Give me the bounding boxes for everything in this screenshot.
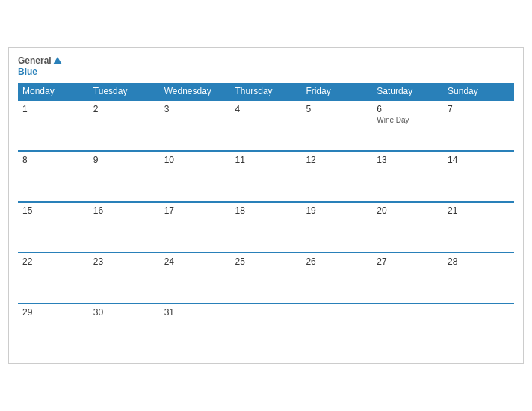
calendar-cell: 18 (231, 202, 302, 253)
day-number: 11 (235, 155, 297, 165)
day-number: 25 (235, 256, 297, 267)
day-number: 31 (164, 307, 226, 318)
day-number: 13 (377, 155, 439, 165)
day-number: 6 (377, 104, 439, 114)
calendar-cell (301, 303, 372, 354)
calendar-cell: 6Wine Day (372, 100, 443, 151)
day-number: 24 (164, 256, 226, 267)
week-row-1: 123456Wine Day7 (18, 100, 514, 151)
week-row-2: 891011121314 (18, 151, 514, 202)
calendar-cell: 16 (89, 202, 160, 253)
day-number: 26 (306, 256, 368, 267)
calendar-cell: 11 (231, 151, 302, 202)
week-row-5: 293031 (18, 303, 514, 354)
calendar-cell: 20 (372, 202, 443, 253)
weekday-header-tuesday: Tuesday (89, 83, 160, 100)
logo-blue-text: Blue (18, 67, 62, 77)
calendar-cell: 15 (18, 202, 89, 253)
week-row-3: 15161718192021 (18, 202, 514, 253)
logo-triangle-icon (53, 57, 62, 64)
logo-general-text: General (18, 55, 52, 66)
day-number: 29 (22, 307, 84, 318)
calendar-cell: 5 (301, 100, 372, 151)
calendar-cell: 29 (18, 303, 89, 354)
calendar-cell: 2 (89, 100, 160, 151)
weekday-header-thursday: Thursday (231, 83, 302, 100)
calendar-cell: 8 (18, 151, 89, 202)
calendar-cell (443, 303, 514, 354)
weekday-header-friday: Friday (301, 83, 372, 100)
calendar-cell: 7 (443, 100, 514, 151)
day-number: 7 (448, 104, 510, 114)
calendar-cell: 21 (443, 202, 514, 253)
day-number: 21 (448, 206, 510, 216)
calendar-cell: 12 (301, 151, 372, 202)
calendar-cell: 25 (231, 253, 302, 303)
day-number: 19 (306, 206, 368, 216)
holiday-name: Wine Day (377, 116, 439, 124)
weekday-header-wednesday: Wednesday (160, 83, 231, 100)
calendar-cell: 23 (89, 253, 160, 303)
day-number: 4 (235, 104, 297, 114)
calendar-cell: 10 (160, 151, 231, 202)
calendar-cell: 27 (372, 253, 443, 303)
day-number: 15 (22, 206, 84, 216)
day-number: 18 (235, 206, 297, 216)
day-number: 27 (377, 256, 439, 267)
calendar-cell (231, 303, 302, 354)
day-number: 20 (377, 206, 439, 216)
day-number: 3 (164, 104, 226, 114)
calendar: General Blue MondayTuesdayWednesdayThurs… (8, 47, 524, 364)
calendar-cell: 28 (443, 253, 514, 303)
day-number: 28 (448, 256, 510, 267)
day-number: 14 (448, 155, 510, 165)
day-number: 8 (22, 155, 84, 165)
calendar-cell: 31 (160, 303, 231, 354)
calendar-cell: 13 (372, 151, 443, 202)
calendar-cell: 17 (160, 202, 231, 253)
day-number: 5 (306, 104, 368, 114)
calendar-cell: 26 (301, 253, 372, 303)
day-number: 1 (22, 104, 84, 114)
day-number: 12 (306, 155, 368, 165)
calendar-cell: 14 (443, 151, 514, 202)
week-row-4: 22232425262728 (18, 253, 514, 303)
day-number: 30 (93, 307, 155, 318)
calendar-cell: 1 (18, 100, 89, 151)
day-number: 17 (164, 206, 226, 216)
calendar-cell: 24 (160, 253, 231, 303)
weekday-header-saturday: Saturday (372, 83, 443, 100)
day-number: 23 (93, 256, 155, 267)
calendar-cell: 9 (89, 151, 160, 202)
weekday-header-monday: Monday (18, 83, 89, 100)
calendar-grid: MondayTuesdayWednesdayThursdayFridaySatu… (18, 83, 514, 354)
day-number: 10 (164, 155, 226, 165)
calendar-cell: 3 (160, 100, 231, 151)
weekday-header-sunday: Sunday (443, 83, 514, 100)
calendar-header: General Blue (18, 55, 514, 77)
calendar-cell: 22 (18, 253, 89, 303)
calendar-cell: 30 (89, 303, 160, 354)
calendar-cell: 4 (231, 100, 302, 151)
day-number: 2 (93, 104, 155, 114)
day-number: 9 (93, 155, 155, 165)
logo: General Blue (18, 55, 62, 77)
day-number: 22 (22, 256, 84, 267)
calendar-cell: 19 (301, 202, 372, 253)
calendar-cell (372, 303, 443, 354)
weekday-header-row: MondayTuesdayWednesdayThursdayFridaySatu… (18, 83, 514, 100)
day-number: 16 (93, 206, 155, 216)
